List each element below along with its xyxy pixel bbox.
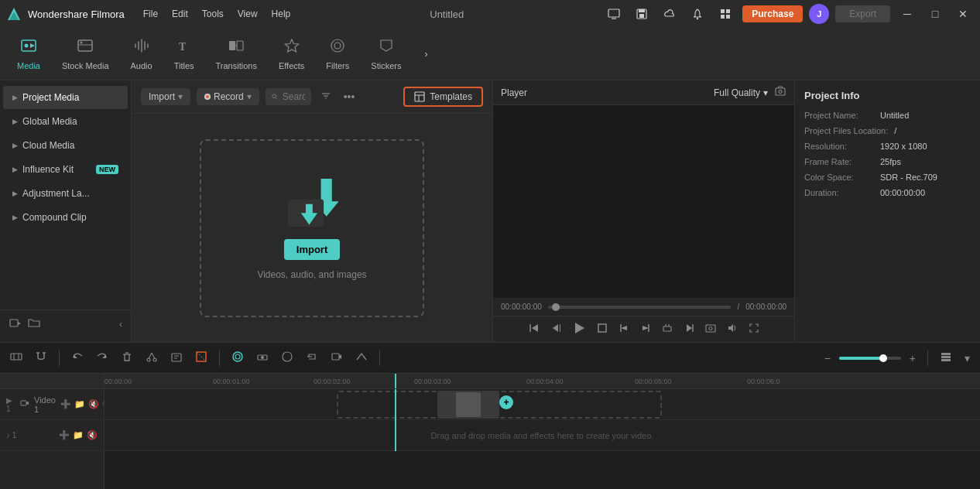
- player-progress-bar[interactable]: 00:00:00:00 / 00:00:00:00: [493, 298, 794, 316]
- zoom-thumb[interactable]: [879, 354, 887, 362]
- import-subtext: Videos, audio, and images: [257, 269, 366, 280]
- zoom-in-icon[interactable]: +: [906, 350, 920, 367]
- import-center-button[interactable]: Import: [284, 239, 340, 260]
- speed-icon[interactable]: [351, 348, 372, 368]
- toolbar-item-media[interactable]: Media: [6, 34, 51, 74]
- more-options-icon[interactable]: •••: [341, 89, 358, 104]
- layout-icon[interactable]: [936, 348, 956, 368]
- search-input[interactable]: [283, 91, 305, 102]
- quality-select[interactable]: Full Quality ▾: [714, 87, 768, 98]
- menu-file[interactable]: File: [143, 9, 158, 19]
- export-button[interactable]: Export: [835, 5, 890, 22]
- sidebar-item-influence-kit[interactable]: ▶ Influence Kit NEW: [3, 158, 128, 181]
- frame-back-icon[interactable]: [550, 323, 561, 336]
- info-value: /: [894, 126, 896, 135]
- toolbar-more-btn[interactable]: ›: [415, 43, 437, 65]
- track-mute-icon[interactable]: 🔇: [88, 399, 99, 409]
- info-value: 25fps: [880, 157, 901, 166]
- menu-edit[interactable]: Edit: [172, 9, 188, 19]
- crop-icon[interactable]: [191, 348, 211, 368]
- text-icon[interactable]: [166, 348, 187, 368]
- fullscreen-icon[interactable]: [749, 323, 759, 336]
- toolbar-item-audio[interactable]: Audio: [120, 34, 163, 74]
- app-logo-icon: [6, 6, 22, 22]
- progress-track[interactable]: [548, 306, 732, 309]
- skip-back-icon[interactable]: [529, 323, 540, 336]
- screen-icon-btn[interactable]: [603, 3, 625, 25]
- audio-icon: [133, 37, 150, 58]
- player-screenshot-icon[interactable]: [774, 85, 786, 100]
- toolbar-item-transitions[interactable]: Transitions: [205, 34, 268, 74]
- mark-in-icon[interactable]: [618, 323, 629, 336]
- ruler-mark: 00:00:03:00: [414, 378, 451, 385]
- notification-icon-btn[interactable]: [687, 3, 708, 25]
- more-tl-icon[interactable]: ▾: [961, 350, 974, 367]
- user-avatar[interactable]: J: [809, 4, 829, 24]
- progress-thumb[interactable]: [552, 303, 560, 311]
- folder-icon[interactable]: [28, 316, 40, 331]
- track-num2: ♪ 1: [6, 431, 16, 439]
- import-button[interactable]: Import ▾: [141, 88, 190, 105]
- zoom-slider[interactable]: [839, 357, 901, 360]
- toolbar-item-effects[interactable]: Effects: [268, 34, 315, 74]
- delete-icon[interactable]: [117, 348, 137, 368]
- toolbar-item-stock-media[interactable]: Stock Media: [51, 34, 120, 74]
- templates-button[interactable]: Templates: [403, 87, 483, 107]
- redo-icon[interactable]: [92, 348, 112, 368]
- sidebar-item-adjustment[interactable]: ▶ Adjustment La...: [3, 182, 128, 205]
- track-folder-icon[interactable]: 📁: [74, 399, 85, 409]
- close-button[interactable]: ✕: [952, 3, 974, 25]
- track-folder2-icon[interactable]: 📁: [73, 430, 84, 440]
- minimize-button[interactable]: ─: [896, 3, 918, 25]
- stop-icon[interactable]: [597, 323, 608, 336]
- volume-icon[interactable]: [727, 323, 738, 336]
- zoom-out-icon[interactable]: −: [821, 350, 834, 367]
- track-mute2-icon[interactable]: 🔇: [87, 430, 98, 440]
- cut-icon[interactable]: [142, 348, 162, 368]
- sidebar-item-label: Global Media: [22, 116, 118, 127]
- detach-icon[interactable]: [302, 348, 322, 368]
- menu-tools[interactable]: Tools: [202, 9, 224, 19]
- record-button[interactable]: Record ▾: [197, 88, 259, 105]
- import-drop-area[interactable]: Import Videos, audio, and images: [200, 139, 424, 317]
- save-icon-btn[interactable]: [631, 3, 653, 25]
- filter-icon[interactable]: [317, 89, 334, 105]
- sidebar-item-global-media[interactable]: ▶ Global Media: [3, 110, 128, 133]
- add-media-icon[interactable]: [9, 316, 22, 331]
- menu-view[interactable]: View: [238, 9, 258, 19]
- video-icon[interactable]: [327, 348, 347, 368]
- audio-track[interactable]: Drag and drop media and effects here to …: [105, 420, 980, 451]
- grid-icon-btn[interactable]: [714, 3, 736, 25]
- svg-marker-43: [560, 324, 560, 332]
- ripple-icon[interactable]: [228, 348, 248, 368]
- cloud-icon-btn[interactable]: [659, 3, 680, 25]
- clip-icon[interactable]: [662, 323, 673, 336]
- track-add-icon[interactable]: ➕: [60, 399, 71, 409]
- maximize-button[interactable]: □: [924, 3, 946, 25]
- sidebar-item-cloud-media[interactable]: ▶ Cloud Media: [3, 134, 128, 157]
- auto-ripple-icon[interactable]: [6, 348, 26, 368]
- snapshot-icon[interactable]: [705, 323, 716, 336]
- toolbar-item-titles[interactable]: T Titles: [163, 34, 205, 74]
- toolbar-item-stickers[interactable]: Stickers: [360, 34, 412, 74]
- track-add2-icon[interactable]: ➕: [59, 430, 70, 440]
- chevron-icon: ▶: [12, 118, 18, 125]
- sidebar-item-compound-clip[interactable]: ▶ Compound Clip: [3, 206, 128, 229]
- frame-fwd-icon[interactable]: [684, 323, 694, 336]
- menu-help[interactable]: Help: [272, 9, 291, 19]
- sidebar-collapse-icon[interactable]: ‹: [119, 319, 122, 330]
- add-clip-button[interactable]: +: [499, 395, 513, 409]
- effects-tl-icon[interactable]: [252, 348, 272, 368]
- play-icon[interactable]: [572, 321, 586, 337]
- search-box[interactable]: [266, 88, 311, 105]
- video-track[interactable]: +: [105, 389, 980, 420]
- video-clip[interactable]: [437, 391, 499, 419]
- undo-icon[interactable]: [67, 348, 87, 368]
- sidebar-item-project-media[interactable]: ▶ Project Media: [3, 86, 128, 109]
- mark-out-icon[interactable]: [640, 323, 651, 336]
- purchase-button[interactable]: Purchase: [742, 5, 803, 22]
- sidebar-item-label: Adjustment La...: [22, 188, 118, 199]
- toolbar-item-filters[interactable]: Filters: [315, 34, 360, 74]
- magnet-icon[interactable]: [31, 348, 51, 368]
- mask-icon[interactable]: [277, 348, 297, 368]
